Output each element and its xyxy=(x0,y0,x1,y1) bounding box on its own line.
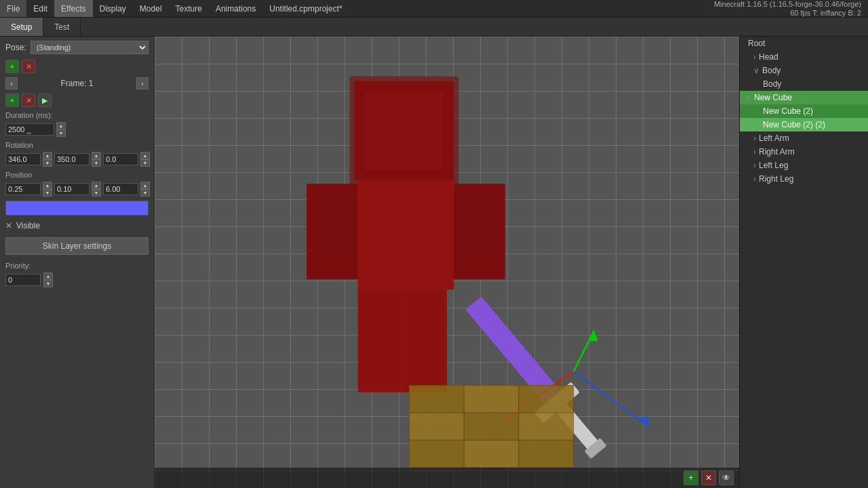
position-z-spinner: ▲ ▼ xyxy=(140,182,150,197)
svg-rect-7 xyxy=(358,289,403,392)
svg-rect-4 xyxy=(358,180,454,289)
position-y-input[interactable] xyxy=(54,183,90,195)
visible-label: Visible xyxy=(16,221,40,230)
tree-new-cube[interactable]: ∨ New Cube xyxy=(740,91,868,104)
title-info: Minecraft 1.16.5 (1.16.5-forge-36.0.46/f… xyxy=(714,0,868,18)
svg-rect-24 xyxy=(464,413,519,440)
tab-test[interactable]: Test xyxy=(43,18,81,36)
priority-input[interactable] xyxy=(5,274,41,286)
pose-select[interactable]: (Standing) xyxy=(31,41,149,54)
rotation-y-spinner: ▲ ▼ xyxy=(92,152,101,167)
position-z-up[interactable]: ▲ xyxy=(140,182,150,189)
remove-animation-button[interactable]: ✕ xyxy=(22,60,35,73)
rotation-x-spinner: ▲ ▼ xyxy=(43,152,52,167)
rotation-z-input[interactable] xyxy=(103,153,138,165)
rotation-y-up[interactable]: ▲ xyxy=(92,152,101,159)
position-x-down[interactable]: ▼ xyxy=(43,189,52,197)
priority-label: Priority: xyxy=(0,259,154,271)
duration-row: ▲ ▼ xyxy=(0,121,154,138)
menu-edit[interactable]: Edit xyxy=(26,0,54,17)
svg-rect-2 xyxy=(350,77,458,185)
priority-down[interactable]: ▼ xyxy=(43,280,53,287)
remove-frame-button[interactable]: ✕ xyxy=(22,94,35,107)
viewport[interactable]: + ✕ 👁 xyxy=(155,37,739,488)
viewport-eye-button[interactable]: 👁 xyxy=(719,470,734,485)
svg-rect-6 xyxy=(454,184,505,279)
visible-row: ✕ Visible xyxy=(0,218,154,233)
svg-line-18 xyxy=(574,371,649,426)
next-frame-button[interactable]: › xyxy=(136,77,149,89)
svg-rect-26 xyxy=(410,440,465,467)
rotation-z-up[interactable]: ▲ xyxy=(140,152,150,159)
rotation-y-down[interactable]: ▼ xyxy=(92,159,101,167)
add-animation-button[interactable]: + xyxy=(5,60,19,73)
prev-frame-button[interactable]: ‹ xyxy=(5,77,18,89)
scene-svg xyxy=(155,37,739,488)
rotation-z-spinner: ▲ ▼ xyxy=(140,152,150,167)
tab-bar: Setup Test xyxy=(0,18,868,37)
rotation-label: Rotation xyxy=(0,138,154,150)
rotation-z-down[interactable]: ▼ xyxy=(140,159,150,167)
menu-file[interactable]: File xyxy=(0,0,26,17)
svg-line-14 xyxy=(574,331,594,372)
priority-up[interactable]: ▲ xyxy=(43,272,53,280)
tree-right-arm[interactable]: › Right Arm xyxy=(740,145,868,159)
play-button[interactable]: ▶ xyxy=(38,94,52,107)
tree-new-cube-2-2[interactable]: New Cube (2) (2) xyxy=(740,118,868,131)
rotation-row: ▲ ▼ ▲ ▼ ▲ ▼ xyxy=(0,150,154,168)
menu-bar: File Edit Effects Display Model Texture … xyxy=(0,0,868,18)
rotation-y-input[interactable] xyxy=(54,153,90,165)
add-frame-button[interactable]: + xyxy=(5,94,19,107)
position-z-down[interactable]: ▼ xyxy=(140,189,150,197)
main-content: Pose: (Standing) + ✕ ‹ Frame: 1 › + ✕ ▶ … xyxy=(0,37,868,488)
frame-controls: + ✕ ▶ xyxy=(0,92,154,108)
duration-down[interactable]: ▼ xyxy=(56,129,66,137)
animation-controls: + ✕ xyxy=(0,58,154,75)
viewport-remove-button[interactable]: ✕ xyxy=(701,470,716,485)
menu-display[interactable]: Display xyxy=(93,0,133,17)
position-row: ▲ ▼ ▲ ▼ ▲ ▼ xyxy=(0,180,154,198)
tree-new-cube-2[interactable]: New Cube (2) xyxy=(740,104,868,118)
pose-label: Pose: xyxy=(5,43,26,52)
color-picker[interactable] xyxy=(5,201,149,216)
tab-setup[interactable]: Setup xyxy=(0,18,43,36)
tree-left-leg[interactable]: › Left Leg xyxy=(740,159,868,172)
rotation-x-up[interactable]: ▲ xyxy=(43,152,52,159)
menu-model[interactable]: Model xyxy=(133,0,169,17)
duration-label: Duration (ms): xyxy=(0,108,154,121)
svg-rect-27 xyxy=(464,440,519,467)
frame-display: Frame: 1 xyxy=(20,79,134,88)
tree-root[interactable]: Root xyxy=(740,37,868,50)
skin-layer-button[interactable]: Skin Layer settings xyxy=(5,237,149,255)
position-y-down[interactable]: ▼ xyxy=(92,189,101,197)
position-x-up[interactable]: ▲ xyxy=(43,182,52,189)
priority-spinner: ▲ ▼ xyxy=(43,272,53,287)
tree-right-leg[interactable]: › Right Leg xyxy=(740,172,868,186)
tree-left-arm[interactable]: › Left Arm xyxy=(740,131,868,145)
position-y-up[interactable]: ▲ xyxy=(92,182,101,189)
svg-rect-25 xyxy=(519,413,574,440)
visible-checkbox[interactable]: ✕ xyxy=(5,221,12,230)
tree-head[interactable]: › Head xyxy=(740,50,868,64)
duration-input[interactable] xyxy=(5,123,54,136)
left-panel: Pose: (Standing) + ✕ ‹ Frame: 1 › + ✕ ▶ … xyxy=(0,37,155,488)
menu-effects[interactable]: Effects xyxy=(54,0,92,17)
tree-body-group[interactable]: ∨ Body xyxy=(740,64,868,77)
right-panel: Root › Head ∨ Body Body ∨ New Cube New C… xyxy=(739,37,868,488)
viewport-add-button[interactable]: + xyxy=(684,470,698,485)
priority-row: ▲ ▼ xyxy=(0,271,154,289)
duration-up[interactable]: ▲ xyxy=(56,122,66,129)
tree-body[interactable]: Body xyxy=(740,77,868,91)
pose-row: Pose: (Standing) xyxy=(0,37,154,58)
position-x-spinner: ▲ ▼ xyxy=(43,182,52,197)
position-z-input[interactable] xyxy=(103,183,138,195)
rotation-x-input[interactable] xyxy=(5,153,41,165)
rotation-x-down[interactable]: ▼ xyxy=(43,159,52,167)
svg-rect-20 xyxy=(410,386,465,413)
menu-texture[interactable]: Texture xyxy=(169,0,209,17)
svg-rect-23 xyxy=(410,413,465,440)
menu-animations[interactable]: Animations xyxy=(209,0,262,17)
svg-rect-22 xyxy=(519,386,574,413)
position-x-input[interactable] xyxy=(5,183,41,195)
svg-rect-28 xyxy=(519,440,574,467)
